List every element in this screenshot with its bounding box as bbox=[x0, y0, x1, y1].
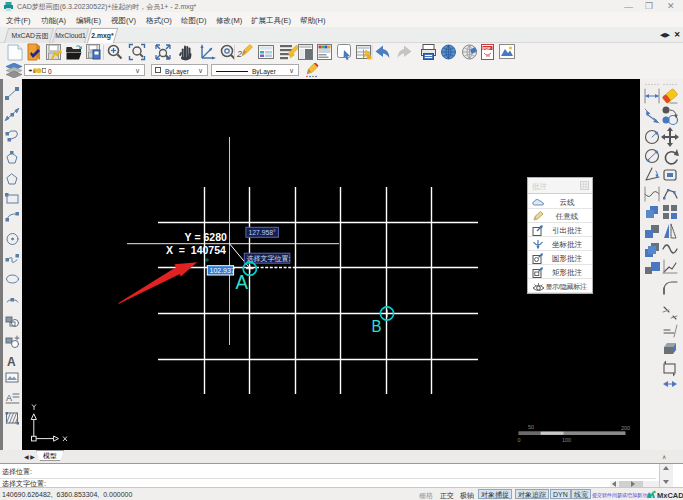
svg-text:A: A bbox=[7, 355, 16, 369]
svg-text:2: 2 bbox=[236, 49, 242, 59]
svg-text:50: 50 bbox=[528, 424, 534, 430]
svg-text:102.937: 102.937 bbox=[210, 267, 235, 274]
svg-text:A: A bbox=[236, 270, 249, 293]
svg-text:选择文字位置:: 选择文字位置: bbox=[247, 254, 291, 263]
svg-text:Y = 6280: Y = 6280 bbox=[185, 231, 227, 243]
svg-text:A: A bbox=[6, 393, 12, 403]
svg-text:0: 0 bbox=[518, 437, 521, 443]
svg-text:100: 100 bbox=[562, 437, 571, 443]
svg-text:B: B bbox=[372, 317, 382, 335]
svg-text:PDF: PDF bbox=[483, 47, 491, 51]
svg-text:127.958°: 127.958° bbox=[249, 229, 277, 236]
svg-text:200: 200 bbox=[621, 425, 630, 431]
svg-text:X = 140754: X = 140754 bbox=[166, 244, 226, 256]
